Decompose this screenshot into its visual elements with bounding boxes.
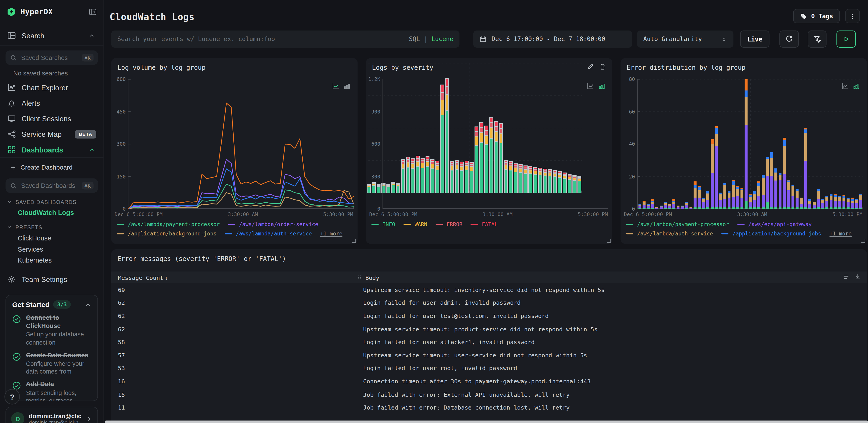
- tags-label: 0 Tags: [811, 12, 833, 20]
- user-name: dominic.tran@clic...: [29, 413, 81, 419]
- body-cell: Job failed with error: Database connecti…: [356, 404, 867, 411]
- line-chart-toggle-icon[interactable]: [332, 83, 340, 90]
- table-row[interactable]: 57Upstream service timeout: user-service…: [111, 348, 867, 362]
- line-chart-toggle-icon[interactable]: [841, 83, 849, 90]
- table-row[interactable]: 11Job failed with error: Database connec…: [111, 401, 867, 414]
- check-circle-icon: [12, 352, 21, 375]
- legend-item[interactable]: WARN: [403, 221, 427, 228]
- legend-item[interactable]: /aws/lambda/auth-service: [626, 230, 713, 237]
- legend-item[interactable]: FATAL: [471, 221, 498, 228]
- preset-item[interactable]: ClickHouse: [0, 233, 103, 244]
- x-tick-label: 5:30:00 PM: [323, 212, 353, 217]
- line-chart-toggle-icon[interactable]: [587, 83, 594, 90]
- x-tick-label: 5:30:00 PM: [578, 212, 608, 217]
- legend-item[interactable]: /aws/lambda/payment-processor: [626, 221, 729, 228]
- granularity-select[interactable]: Auto Granularity: [637, 31, 734, 48]
- kebab-icon: [849, 12, 856, 20]
- legend-item[interactable]: /aws/ecs/api-gateway: [737, 221, 812, 228]
- help-button[interactable]: ?: [4, 389, 20, 404]
- table-row[interactable]: 58Login failed for user attacker1, inval…: [111, 336, 867, 348]
- get-started-item[interactable]: Create Data SourcesConfigure where your …: [12, 351, 91, 375]
- create-dashboard-button[interactable]: Create Dashboard: [0, 161, 103, 174]
- sidebar-item-dashboards[interactable]: Dashboards: [0, 142, 103, 157]
- get-started-item[interactable]: Add DataStart sending logs, metrics, or …: [12, 380, 91, 401]
- sidebar-item-label: Chart Explorer: [22, 83, 68, 92]
- app-window: HyperDX Search Saved Searches ⌘K No save…: [0, 0, 868, 423]
- sidebar-item-search[interactable]: Search: [0, 28, 103, 43]
- sidebar-item-alerts[interactable]: Alerts: [0, 95, 103, 111]
- message-count-cell: 62: [111, 300, 356, 306]
- table-row[interactable]: 62Upstream service timeout: product-serv…: [111, 322, 867, 335]
- more-menu-button[interactable]: [845, 9, 860, 23]
- section-saved-dashboards[interactable]: SAVED DASHBOARDS: [0, 197, 103, 206]
- live-button[interactable]: Live: [740, 31, 769, 48]
- x-tick-label: Dec 6 5:00:00 PM: [115, 212, 162, 217]
- resize-handle[interactable]: [607, 239, 611, 243]
- user-menu[interactable]: D dominic.tran@clic... dominic.tran@clic…: [5, 406, 98, 423]
- table-row[interactable]: 16Connection timeout after 30s to paymen…: [111, 375, 867, 388]
- col-body: Body: [366, 274, 379, 281]
- table-row[interactable]: 53Login failed for user root, invalid pa…: [111, 362, 867, 374]
- run-query-button[interactable]: [836, 31, 856, 48]
- x-tick-label: 3:30:00 AM: [228, 212, 258, 217]
- horizontal-scrollbar[interactable]: [104, 420, 868, 423]
- saved-dashboard-item[interactable]: CloudWatch Logs: [0, 207, 103, 218]
- preset-item[interactable]: Services: [0, 244, 103, 255]
- table-row[interactable]: 69Upstream service timeout: inventory-se…: [111, 283, 867, 296]
- sidebar-item-client-sessions[interactable]: Client Sessions: [0, 111, 103, 126]
- get-started-panel: Get Started 3/3 Connect to ClickHouseSet…: [5, 295, 98, 401]
- legend-item[interactable]: +1 more: [320, 230, 342, 237]
- lucene-toggle[interactable]: Lucene: [431, 35, 453, 43]
- language-divider: |: [424, 35, 427, 43]
- y-tick-label: 600: [111, 76, 126, 82]
- collapse-sidebar-icon[interactable]: [89, 7, 97, 16]
- time-range-picker[interactable]: Dec 6 17:00:00 - Dec 7 18:00:00: [473, 31, 632, 48]
- legend-item[interactable]: /application/background-jobs: [117, 230, 217, 237]
- drag-handle-icon[interactable]: [356, 274, 363, 281]
- get-started-item-desc: Set up your database connection: [26, 331, 91, 346]
- y-tick-label: 600: [366, 141, 380, 147]
- saved-searches-input[interactable]: Saved Searches ⌘K: [5, 50, 98, 65]
- get-started-item-title: Create Data Sources: [26, 351, 91, 359]
- legend-item[interactable]: /aws/lambda/payment-processor: [117, 221, 220, 228]
- tag-icon: [800, 12, 807, 20]
- column-header-body[interactable]: Body: [356, 274, 379, 281]
- legend-item[interactable]: /aws/lambda/auth-service: [225, 230, 312, 237]
- download-icon[interactable]: [854, 273, 861, 280]
- section-label: PRESETS: [16, 224, 42, 230]
- legend-item[interactable]: +1 more: [830, 230, 851, 237]
- table-row[interactable]: 15Job failed with error: External API un…: [111, 388, 867, 401]
- get-started-item[interactable]: Connect to ClickHouseSet up your databas…: [12, 314, 91, 346]
- resize-handle[interactable]: [861, 239, 865, 243]
- table-row[interactable]: 62Login failed for user admin, invalid p…: [111, 296, 867, 309]
- refresh-button[interactable]: [779, 31, 799, 48]
- table-columns-icon[interactable]: [842, 273, 850, 280]
- bar-chart-toggle-icon[interactable]: [344, 83, 350, 90]
- message-count-cell: 58: [111, 339, 356, 345]
- bar-chart-toggle-icon[interactable]: [853, 83, 860, 90]
- sidebar-item-service-map[interactable]: Service Map BETA: [0, 126, 103, 142]
- filter-button[interactable]: [808, 31, 827, 48]
- sidebar-item-team-settings[interactable]: Team Settings: [0, 272, 103, 287]
- event-search-input[interactable]: Search your events w/ Lucene ex. column:…: [111, 31, 460, 48]
- preset-item[interactable]: Kubernetes: [0, 255, 103, 266]
- section-presets[interactable]: PRESETS: [0, 223, 103, 231]
- chevron-up-icon[interactable]: [85, 301, 91, 308]
- legend-item[interactable]: /application/background-jobs: [721, 230, 821, 237]
- resize-handle[interactable]: [352, 239, 356, 243]
- legend-item[interactable]: /aws/lambda/order-service: [228, 221, 318, 228]
- play-icon: [842, 35, 850, 43]
- legend-item[interactable]: ERROR: [436, 221, 462, 228]
- bar-chart-toggle-icon[interactable]: [598, 83, 605, 90]
- get-started-title: Get Started: [12, 301, 50, 308]
- table-row[interactable]: 62Login failed for user test@test.com, i…: [111, 309, 867, 322]
- y-tick-label: 80: [620, 76, 635, 82]
- chart-legend: /aws/lambda/payment-processor/aws/lambda…: [117, 221, 353, 237]
- sql-toggle[interactable]: SQL: [409, 35, 420, 43]
- column-header-message-count[interactable]: Message Count↓: [111, 274, 356, 281]
- get-started-item-title: Add Data: [26, 380, 91, 389]
- legend-item[interactable]: INFO: [371, 221, 395, 228]
- saved-dashboards-input[interactable]: Saved Dashboards ⌘K: [5, 178, 98, 193]
- tags-button[interactable]: 0 Tags: [793, 9, 840, 23]
- sidebar-item-chart-explorer[interactable]: Chart Explorer: [0, 80, 103, 95]
